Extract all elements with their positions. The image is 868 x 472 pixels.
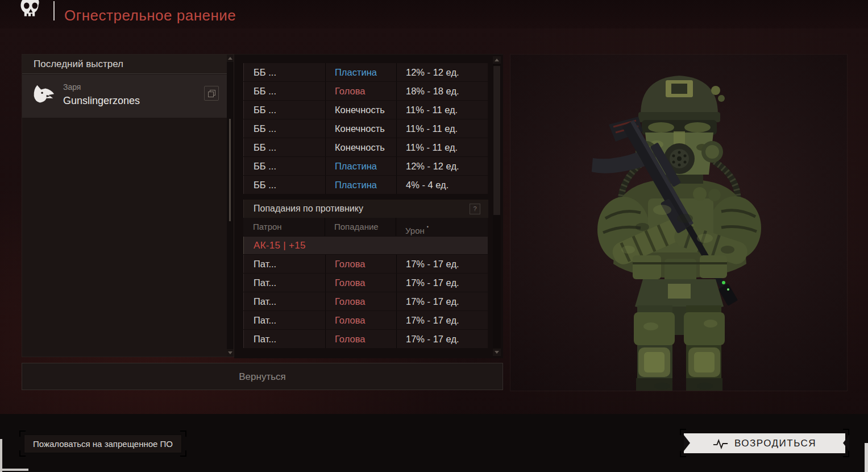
revive-button-frame: ВОЗРОДИТЬСЯ <box>680 429 849 457</box>
zone-cell: Конечность <box>326 101 397 119</box>
return-button[interactable]: Вернуться <box>22 363 503 390</box>
pulse-icon <box>713 438 729 449</box>
hit-row: ББ ... Голова 18% - 18 ед. <box>243 82 488 100</box>
revive-button[interactable]: ВОЗРОДИТЬСЯ <box>684 433 845 453</box>
enemy-table-column-headers: Патрон Попадание Урон• <box>243 218 488 236</box>
report-cheater-button[interactable]: Пожаловаться на запрещенное ПО <box>24 434 182 453</box>
hits-on-you-table: ББ ... Пластина 12% - 12 ед. ББ ... Голо… <box>243 63 488 194</box>
zone-cell: Конечность <box>326 138 397 156</box>
hits-on-enemy-title: Попадания по противнику <box>254 200 363 218</box>
arrow-down-icon <box>495 351 499 354</box>
zone-cell: Голова <box>326 82 397 100</box>
partial-element-edge-left <box>0 439 2 472</box>
hit-row: Пат... Голова 17% - 17 ед. <box>243 274 488 292</box>
copy-name-button[interactable] <box>204 86 219 101</box>
damage-cell: 17% - 17 ед. <box>397 311 488 329</box>
ammo-cell: ББ ... <box>244 82 326 100</box>
hits-scrollbar <box>493 56 501 356</box>
page-title: Огнестрельное ранение <box>64 0 236 31</box>
title-divider <box>53 1 55 20</box>
hits-on-enemy-table: Пат... Голова 17% - 17 ед. Пат... Голова… <box>243 255 488 349</box>
weapon-group-row: АК-15 | +15 <box>243 237 488 254</box>
ammo-cell: ББ ... <box>244 101 326 119</box>
hits-scroll-down-button[interactable] <box>493 349 501 356</box>
ammo-cell: Пат... <box>244 255 326 273</box>
killer-list-item: Заря Gunslingerzones <box>22 74 227 118</box>
last-shot-title: Последний выстрел <box>22 55 234 74</box>
ammo-cell: ББ ... <box>244 63 326 81</box>
damage-cell: 12% - 12 ед. <box>397 63 488 81</box>
zone-cell: Пластина <box>326 176 397 194</box>
damage-cell: 18% - 18 ед. <box>397 82 488 100</box>
ammo-cell: ББ ... <box>244 176 326 194</box>
zone-cell: Голова <box>326 330 397 348</box>
arrow-up-icon <box>228 57 232 60</box>
hits-scroll-up-button[interactable] <box>493 56 501 64</box>
player-side-label: Заря <box>63 82 81 92</box>
zone-cell: Пластина <box>326 157 397 175</box>
left-scroll-thumb[interactable] <box>229 119 231 221</box>
ammo-cell: Пат... <box>244 274 326 292</box>
report-button-frame: Пожаловаться на запрещенное ПО <box>19 430 186 457</box>
partial-element-edge-left <box>0 469 28 471</box>
column-ammo: Патрон <box>243 218 325 236</box>
zone-cell: Голова <box>326 274 397 292</box>
soldier-model <box>588 68 770 391</box>
zone-cell: Пластина <box>326 63 397 81</box>
ammo-cell: ББ ... <box>244 119 326 138</box>
hit-row: Пат... Голова 17% - 17 ед. <box>243 292 488 310</box>
hit-row: ББ ... Конечность 11% - 11 ед. <box>243 138 488 156</box>
hit-row: ББ ... Конечность 11% - 11 ед. <box>243 119 488 138</box>
damage-cell: 11% - 11 ед. <box>397 101 488 119</box>
ammo-cell: Пат... <box>244 292 326 310</box>
top-bar: Огнестрельное ранение <box>0 0 868 28</box>
copy-icon <box>208 90 215 97</box>
arrow-up-icon <box>495 59 499 61</box>
zone-cell: Голова <box>326 255 397 273</box>
column-hit: Попадание <box>325 218 396 236</box>
left-scroll-down-button[interactable] <box>227 349 234 357</box>
damage-cell: 11% - 11 ед. <box>397 138 488 156</box>
damage-cell: 17% - 17 ед. <box>397 292 488 310</box>
zone-cell: Голова <box>326 311 397 329</box>
damage-cell: 17% - 17 ед. <box>397 255 488 273</box>
player-name: Gunslingerzones <box>63 95 140 107</box>
sort-indicator: • <box>427 224 429 230</box>
hit-row: Пат... Голова 17% - 17 ед. <box>243 311 488 329</box>
column-damage: Урон• <box>396 218 488 236</box>
ammo-cell: Пат... <box>244 311 326 329</box>
ammo-cell: ББ ... <box>244 138 326 156</box>
damage-cell: 4% - 4 ед. <box>397 176 488 194</box>
damage-cell: 12% - 12 ед. <box>397 157 488 175</box>
death-screen: Огнестрельное ранение Последний выстрел … <box>0 0 868 472</box>
hit-row: ББ ... Пластина 12% - 12 ед. <box>243 63 488 81</box>
arrow-down-icon <box>228 351 232 354</box>
hits-on-enemy-header: Попадания по противнику ? <box>243 200 488 218</box>
skull-icon <box>17 0 44 22</box>
zone-cell: Конечность <box>326 119 397 138</box>
hit-row: ББ ... Пластина 12% - 12 ед. <box>243 157 488 175</box>
hit-row: ББ ... Конечность 11% - 11 ед. <box>243 101 488 119</box>
help-icon[interactable]: ? <box>470 204 480 214</box>
character-model-panel <box>510 54 848 391</box>
hits-panel: ББ ... Пластина 12% - 12 ед. ББ ... Голо… <box>234 54 503 358</box>
ammo-cell: Пат... <box>244 330 326 348</box>
damage-cell: 17% - 17 ед. <box>397 330 488 348</box>
hit-row: Пат... Голова 17% - 17 ед. <box>243 330 488 348</box>
revive-button-label: ВОЗРОДИТЬСЯ <box>734 438 816 449</box>
left-scroll-up-button[interactable] <box>227 55 234 62</box>
hit-row: Пат... Голова 17% - 17 ед. <box>243 255 488 273</box>
hits-scroll-thumb[interactable] <box>493 66 500 215</box>
last-shot-panel: Последний выстрел Заря Gunslingerzones <box>22 54 234 357</box>
damage-cell: 17% - 17 ед. <box>397 274 488 292</box>
hit-row: ББ ... Пластина 4% - 4 ед. <box>243 176 488 194</box>
partial-element-edge-right <box>865 443 868 472</box>
left-scrollbar <box>227 55 234 357</box>
zone-cell: Голова <box>326 292 397 310</box>
damage-cell: 11% - 11 ед. <box>397 119 488 138</box>
wolf-faction-icon <box>30 82 56 109</box>
ammo-cell: ББ ... <box>244 157 326 175</box>
